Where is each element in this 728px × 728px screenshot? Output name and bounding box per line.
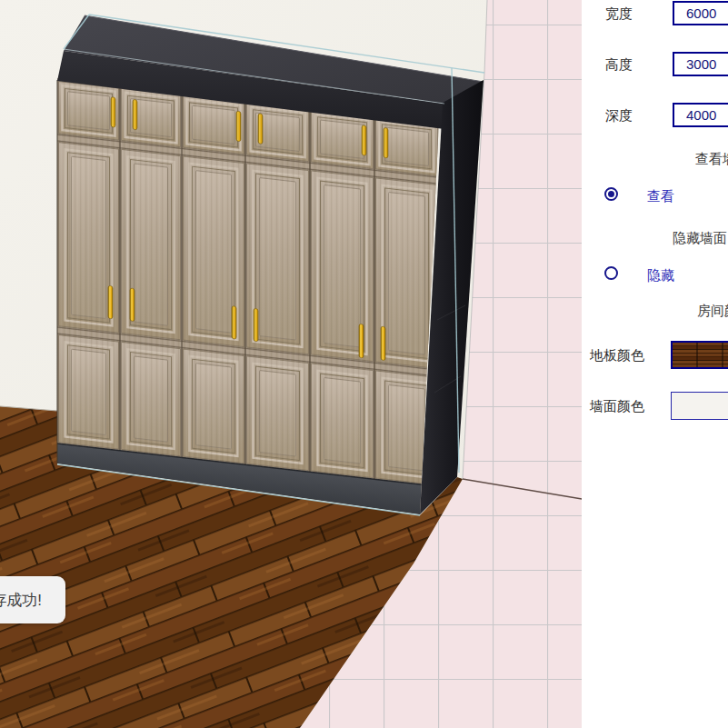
settings-panel: 宽度 高度 深度 查看墙面 查看 隐藏墙面 隐藏 房间颜色 地板颜色 墙面颜色 xyxy=(582,0,728,728)
view-radio[interactable] xyxy=(604,187,618,201)
view-wall-group-label: 查看墙面 xyxy=(695,151,728,168)
save-toast: 存成功! xyxy=(0,576,65,623)
width-input[interactable] xyxy=(673,1,728,25)
wall-color-swatch[interactable] xyxy=(671,392,728,420)
depth-input[interactable] xyxy=(673,103,728,127)
hide-radio-label[interactable]: 隐藏 xyxy=(647,267,674,284)
height-label: 高度 xyxy=(605,56,633,74)
wardrobe-cabinet[interactable] xyxy=(57,15,484,523)
wall-color-label: 墙面颜色 xyxy=(590,398,644,415)
toast-message: 存成功! xyxy=(0,590,42,611)
app-stage: 存成功! 宽度 高度 深度 查看墙面 查看 隐藏墙面 隐藏 房间颜色 地板颜色 … xyxy=(0,0,728,728)
width-label: 宽度 xyxy=(605,5,633,23)
floor-color-swatch[interactable] xyxy=(671,341,728,369)
hide-wall-group-label: 隐藏墙面 xyxy=(673,230,727,247)
depth-label: 深度 xyxy=(605,107,633,125)
hide-radio[interactable] xyxy=(604,266,618,280)
view-radio-label[interactable]: 查看 xyxy=(647,188,674,205)
radio-dot xyxy=(608,191,614,197)
room-colors-group-label: 房间颜色 xyxy=(697,303,728,320)
floor-color-label: 地板颜色 xyxy=(590,347,644,364)
height-input[interactable] xyxy=(673,52,728,76)
